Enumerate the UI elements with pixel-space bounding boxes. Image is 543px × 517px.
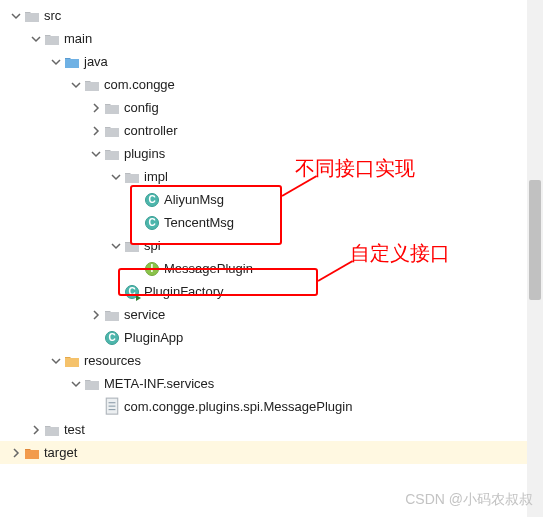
tree-label: com.congge.plugins.spi.MessagePlugin	[124, 399, 352, 414]
tree-row-service[interactable]: service	[0, 303, 543, 326]
project-tree: src main java com.congge config controll…	[0, 0, 543, 468]
blank-arrow	[128, 192, 144, 208]
chevron-right-icon[interactable]	[88, 100, 104, 116]
tree-label: spi	[144, 238, 161, 253]
tree-label: test	[64, 422, 85, 437]
chevron-down-icon[interactable]	[48, 353, 64, 369]
chevron-right-icon[interactable]	[88, 307, 104, 323]
tree-row-resources[interactable]: resources	[0, 349, 543, 372]
tree-label: controller	[124, 123, 177, 138]
scrollbar-vertical[interactable]	[527, 0, 543, 517]
package-icon	[104, 307, 120, 323]
watermark: CSDN @小码农叔叔	[405, 491, 533, 509]
tree-label: plugins	[124, 146, 165, 161]
class-icon: C	[144, 192, 160, 208]
tree-label: com.congge	[104, 77, 175, 92]
class-icon: C	[104, 330, 120, 346]
tree-row-spi-file[interactable]: com.congge.plugins.spi.MessagePlugin	[0, 395, 543, 418]
tree-row-java[interactable]: java	[0, 50, 543, 73]
package-icon	[104, 146, 120, 162]
tree-label: resources	[84, 353, 141, 368]
source-folder-icon	[64, 54, 80, 70]
tree-row-tencent[interactable]: C TencentMsg	[0, 211, 543, 234]
package-icon	[104, 100, 120, 116]
tree-row-spi[interactable]: spi	[0, 234, 543, 257]
tree-row-plugins[interactable]: plugins	[0, 142, 543, 165]
tree-label: META-INF.services	[104, 376, 214, 391]
chevron-down-icon[interactable]	[88, 146, 104, 162]
tree-row-com-congge[interactable]: com.congge	[0, 73, 543, 96]
excluded-folder-icon	[24, 445, 40, 461]
tree-label: AliyunMsg	[164, 192, 224, 207]
chevron-down-icon[interactable]	[108, 238, 124, 254]
tree-label: PluginApp	[124, 330, 183, 345]
chevron-down-icon[interactable]	[28, 31, 44, 47]
chevron-right-icon[interactable]	[28, 422, 44, 438]
tree-row-plugin-factory[interactable]: C PluginFactory	[0, 280, 543, 303]
folder-icon	[44, 422, 60, 438]
blank-arrow	[108, 284, 124, 300]
chevron-down-icon[interactable]	[68, 77, 84, 93]
folder-icon	[84, 376, 100, 392]
package-icon	[104, 123, 120, 139]
tree-label: config	[124, 100, 159, 115]
tree-row-message-plugin[interactable]: I MessagePlugin	[0, 257, 543, 280]
tree-row-impl[interactable]: impl	[0, 165, 543, 188]
tree-row-aliyun[interactable]: C AliyunMsg	[0, 188, 543, 211]
blank-arrow	[88, 399, 104, 415]
package-icon	[84, 77, 100, 93]
tree-label: TencentMsg	[164, 215, 234, 230]
interface-icon: I	[144, 261, 160, 277]
chevron-down-icon[interactable]	[68, 376, 84, 392]
tree-row-controller[interactable]: controller	[0, 119, 543, 142]
chevron-down-icon[interactable]	[108, 169, 124, 185]
folder-icon	[24, 8, 40, 24]
tree-row-meta-inf[interactable]: META-INF.services	[0, 372, 543, 395]
tree-row-main[interactable]: main	[0, 27, 543, 50]
package-icon	[124, 238, 140, 254]
chevron-right-icon[interactable]	[8, 445, 24, 461]
tree-row-test[interactable]: test	[0, 418, 543, 441]
tree-row-src[interactable]: src	[0, 4, 543, 27]
text-file-icon	[104, 399, 120, 415]
tree-label: main	[64, 31, 92, 46]
blank-arrow	[128, 261, 144, 277]
chevron-down-icon[interactable]	[8, 8, 24, 24]
scrollbar-thumb[interactable]	[529, 180, 541, 300]
class-icon: C	[144, 215, 160, 231]
tree-row-target[interactable]: target	[0, 441, 543, 464]
folder-icon	[44, 31, 60, 47]
chevron-down-icon[interactable]	[48, 54, 64, 70]
tree-label: java	[84, 54, 108, 69]
resources-folder-icon	[64, 353, 80, 369]
tree-label: src	[44, 8, 61, 23]
tree-row-plugin-app[interactable]: C PluginApp	[0, 326, 543, 349]
blank-arrow	[128, 215, 144, 231]
tree-label: impl	[144, 169, 168, 184]
tree-label: service	[124, 307, 165, 322]
tree-label: MessagePlugin	[164, 261, 253, 276]
tree-row-config[interactable]: config	[0, 96, 543, 119]
chevron-right-icon[interactable]	[88, 123, 104, 139]
blank-arrow	[88, 330, 104, 346]
package-icon	[124, 169, 140, 185]
class-runnable-icon: C	[124, 284, 140, 300]
tree-label: PluginFactory	[144, 284, 223, 299]
tree-label: target	[44, 445, 77, 460]
